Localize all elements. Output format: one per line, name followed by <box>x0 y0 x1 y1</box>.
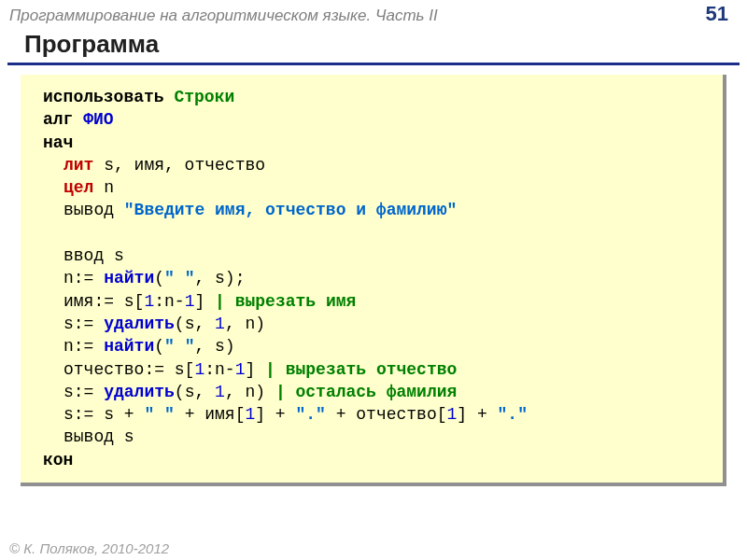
code-line: n:= найти(" ", s); <box>43 267 706 289</box>
code-line: алг ФИО <box>43 108 706 131</box>
code-line: цел n <box>43 176 706 199</box>
breadcrumb: Программирование на алгоритмическом язык… <box>9 7 438 25</box>
code-line: лит s, имя, отчество <box>43 154 706 176</box>
code-line: n:= найти(" ", s) <box>43 335 706 357</box>
code-line: использовать Строки <box>43 86 706 108</box>
code-line: кон <box>43 449 706 471</box>
code-line <box>43 222 706 245</box>
code-line: имя:= s[1:n-1] | вырезать имя <box>43 290 706 313</box>
code-block: использовать Строки алг ФИО нач лит s, и… <box>21 75 726 486</box>
code-line: s:= удалить(s, 1, n) <box>43 313 706 335</box>
code-line: нач <box>43 132 706 154</box>
code-line: вывод s <box>43 426 706 448</box>
copyright: © К. Поляков, 2010-2012 <box>9 540 169 556</box>
code-line: s:= удалить(s, 1, n) | осталась фамилия <box>43 381 706 403</box>
page-number: 51 <box>706 2 728 26</box>
slide-header: Программирование на алгоритмическом язык… <box>0 0 747 26</box>
code-line: отчество:= s[1:n-1] | вырезать отчество <box>43 358 706 381</box>
code-line: ввод s <box>43 245 706 267</box>
slide-title: Программа <box>7 26 740 65</box>
code-line: s:= s + " " + имя[1] + "." + отчество[1]… <box>43 403 706 426</box>
code-line: вывод "Введите имя, отчество и фамилию" <box>43 199 706 221</box>
